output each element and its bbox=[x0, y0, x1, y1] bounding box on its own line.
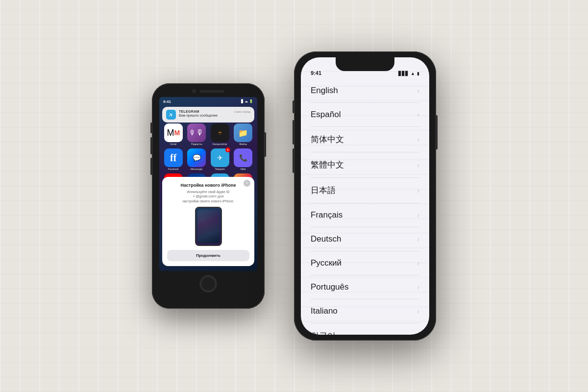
status-icons-right: ▊▊▊ ▲ ▮ bbox=[398, 71, 419, 76]
notif-app-name: TELEGRAM bbox=[179, 110, 199, 113]
language-item-chinese-traditional[interactable]: 繁體中文 › bbox=[311, 152, 419, 178]
language-name: 繁體中文 bbox=[311, 159, 344, 171]
notification-banner[interactable]: TELEGRAM 1 мин назад Вам пришло сообщени… bbox=[162, 107, 254, 122]
chevron-right-icon: › bbox=[417, 332, 419, 335]
chevron-right-icon: › bbox=[417, 87, 419, 95]
notif-content: TELEGRAM 1 мин назад Вам пришло сообщени… bbox=[179, 110, 250, 117]
front-camera bbox=[192, 89, 196, 93]
notif-time: 1 мин назад bbox=[234, 110, 250, 113]
setup-popup: × Настройка нового iPhone Используйте св… bbox=[162, 177, 254, 266]
language-item-chinese-simplified[interactable]: 简体中文 › bbox=[311, 127, 419, 152]
chevron-right-icon: › bbox=[417, 111, 419, 119]
popup-phone-image bbox=[195, 207, 222, 246]
mute-button bbox=[150, 122, 152, 133]
screen-content: 9:41 ▊▊▊ ▲ ▮ English › Español › 简体 bbox=[301, 57, 429, 335]
left-iphone: 9:41 ▊ ☁ 🔋 TELEGRAM 1 мин назад Вам приш… bbox=[152, 83, 265, 309]
volume-down-right bbox=[293, 148, 294, 173]
popup-phone-screen bbox=[197, 210, 220, 243]
volume-up-button bbox=[150, 137, 152, 154]
status-time-right: 9:41 bbox=[311, 70, 321, 76]
chevron-right-icon: › bbox=[417, 161, 419, 169]
gmail-icon: M bbox=[164, 123, 183, 142]
status-icons: ▊ ☁ 🔋 bbox=[241, 99, 253, 103]
list-item[interactable]: ✈ 3 Telegram bbox=[210, 148, 230, 171]
list-item[interactable]: f Facebook bbox=[163, 148, 184, 171]
status-time: 9:41 bbox=[163, 99, 171, 104]
language-item-korean[interactable]: 한국어 › bbox=[311, 323, 419, 335]
list-item[interactable]: 🎙 Подкасты bbox=[187, 123, 207, 146]
language-item-portuguese[interactable]: Português › bbox=[311, 275, 419, 299]
signal-icon: ▊▊▊ bbox=[398, 71, 409, 76]
language-name: 简体中文 bbox=[311, 134, 344, 145]
app-label: Telegram bbox=[215, 168, 225, 171]
language-item-french[interactable]: Français › bbox=[311, 203, 419, 227]
chevron-right-icon: › bbox=[417, 307, 419, 315]
notch bbox=[336, 57, 394, 71]
language-name: 日本語 bbox=[311, 185, 336, 196]
popup-subtitle: Используйте свой Apple ID« @gmail.com» д… bbox=[167, 190, 249, 204]
volume-up-right bbox=[293, 120, 294, 145]
app-label: Facebook bbox=[168, 168, 179, 171]
list-item[interactable]: M Gmail bbox=[163, 123, 184, 146]
messenger-icon: 💬 bbox=[187, 148, 206, 167]
app-label: Viber bbox=[240, 168, 246, 171]
list-item[interactable]: ÷ Калькулятор bbox=[210, 123, 230, 146]
wifi-icon: ▲ bbox=[411, 71, 415, 76]
podcasts-icon: 🎙 bbox=[187, 123, 206, 142]
language-name: Русский bbox=[311, 258, 342, 268]
chevron-right-icon: › bbox=[417, 187, 419, 195]
popup-close-button[interactable]: × bbox=[244, 180, 250, 187]
chevron-right-icon: › bbox=[417, 259, 419, 267]
power-button-right bbox=[436, 115, 438, 149]
language-item-german[interactable]: Deutsch › bbox=[311, 227, 419, 251]
popup-phone-screen-inner bbox=[197, 210, 220, 243]
chevron-right-icon: › bbox=[417, 136, 419, 144]
language-item-russian[interactable]: Русский › bbox=[311, 251, 419, 275]
viber-icon: 📞 bbox=[234, 148, 252, 167]
telegram-wrapper: ✈ 3 bbox=[211, 148, 229, 167]
notif-message: Вам пришло сообщение bbox=[179, 114, 250, 117]
right-iphone: 9:41 ▊▊▊ ▲ ▮ English › Español › 简体 bbox=[294, 51, 436, 341]
continue-button[interactable]: Продолжить bbox=[167, 250, 249, 261]
language-name: Français bbox=[311, 210, 343, 220]
mute-button-right bbox=[293, 100, 294, 113]
list-item[interactable]: 📞 Viber bbox=[233, 148, 254, 171]
app-label: Подкасты bbox=[191, 143, 202, 146]
language-name: Deutsch bbox=[311, 234, 341, 244]
volume-down-button bbox=[150, 158, 152, 175]
battery-icon: ▮ bbox=[417, 71, 419, 76]
badge-count: 3 bbox=[225, 147, 230, 152]
language-item-japanese[interactable]: 日本語 › bbox=[311, 178, 419, 203]
language-name: Italiano bbox=[311, 306, 338, 316]
chevron-right-icon: › bbox=[417, 235, 419, 243]
left-screen: 9:41 ▊ ☁ 🔋 TELEGRAM 1 мин назад Вам приш… bbox=[159, 97, 257, 271]
calculator-icon: ÷ bbox=[211, 123, 229, 142]
status-bar: 9:41 ▊ ☁ 🔋 bbox=[159, 97, 257, 106]
app-label: Файлы bbox=[239, 143, 247, 146]
files-icon: 📁 bbox=[234, 123, 252, 142]
facebook-icon: f bbox=[164, 148, 183, 167]
chevron-right-icon: › bbox=[417, 211, 419, 219]
language-name: Português bbox=[311, 282, 349, 292]
language-item-english[interactable]: English › bbox=[311, 79, 419, 103]
telegram-notif-icon bbox=[166, 110, 176, 120]
language-name: 한국어 bbox=[311, 330, 336, 335]
speaker-grille bbox=[200, 90, 224, 93]
language-item-italian[interactable]: Italiano › bbox=[311, 299, 419, 323]
right-screen: 9:41 ▊▊▊ ▲ ▮ English › Español › 简体 bbox=[301, 57, 429, 335]
chevron-right-icon: › bbox=[417, 283, 419, 291]
app-label: Messenger bbox=[191, 168, 203, 171]
home-button[interactable] bbox=[199, 275, 217, 293]
popup-title: Настройка нового iPhone bbox=[167, 183, 249, 188]
list-item[interactable]: 📁 Файлы bbox=[233, 123, 254, 146]
home-screen: 9:41 ▊ ☁ 🔋 TELEGRAM 1 мин назад Вам приш… bbox=[159, 97, 257, 271]
notif-header: TELEGRAM 1 мин назад bbox=[179, 110, 250, 113]
language-item-spanish[interactable]: Español › bbox=[311, 103, 419, 127]
list-item[interactable]: 💬 Messenger bbox=[187, 148, 207, 171]
app-label: Gmail bbox=[170, 143, 176, 146]
language-list: English › Español › 简体中文 › 繁體中文 › 日本語 bbox=[301, 79, 429, 335]
language-name: English bbox=[311, 86, 338, 96]
power-button bbox=[265, 132, 266, 157]
language-name: Español bbox=[311, 110, 341, 120]
app-label: Калькулятор bbox=[213, 143, 227, 146]
